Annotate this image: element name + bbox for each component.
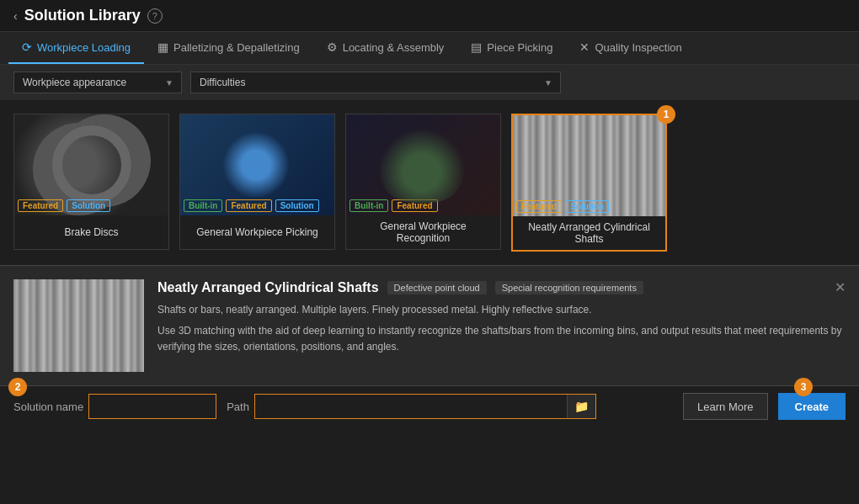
badge-1: 1 (657, 105, 675, 124)
detail-close-button[interactable]: ✕ (835, 279, 846, 295)
path-field: Path 📁 (227, 394, 596, 419)
solutions-grid: Featured Solution Brake Discs Built-in F… (0, 100, 859, 265)
locating-icon: ⚙ (327, 40, 338, 54)
card-tags-brake-discs: Featured Solution (18, 199, 110, 212)
card-label-brake-discs: Brake Discs (14, 215, 168, 249)
tag-featured-recognition: Featured (392, 199, 437, 212)
quality-inspection-icon: ✕ (579, 40, 590, 54)
card-image-workpiece-picking: Built-in Featured Solution (180, 114, 334, 215)
tag-featured-picking: Featured (226, 199, 271, 212)
path-label: Path (227, 401, 249, 413)
card-label-workpiece-picking: General Workpiece Picking (180, 215, 334, 249)
detail-title: Neatly Arranged Cylindrical Shafts (157, 280, 379, 295)
card-label-workpiece-recognition: General Workpiece Recognition (346, 215, 500, 249)
solution-name-input[interactable] (89, 395, 216, 418)
tag-featured-shafts: Featured (516, 200, 562, 213)
detail-content: Neatly Arranged Cylindrical Shafts Defec… (157, 279, 846, 372)
bottom-bar: 2 3 Solution name Path 📁 Learn More Crea… (0, 385, 859, 427)
header: ‹ Solution Library ? (0, 0, 859, 32)
tag-builtin-recognition: Built-in (349, 199, 388, 212)
solution-name-label: Solution name (13, 401, 83, 413)
tag-solution-brake: Solution (67, 199, 110, 212)
detail-desc-1: Shafts or bars, neatly arranged. Multipl… (157, 302, 846, 318)
create-button[interactable]: Create (778, 393, 846, 420)
detail-desc-2: Use 3D matching with the aid of deep lea… (157, 323, 846, 355)
back-button[interactable]: ‹ (13, 9, 18, 23)
card-tags-workpiece-picking: Built-in Featured Solution (184, 199, 319, 212)
card-image-cylindrical-shafts: Featured Solution (513, 115, 665, 216)
solution-card-workpiece-picking[interactable]: Built-in Featured Solution General Workp… (179, 114, 335, 250)
card-label-cylindrical-shafts: Neatly Arranged Cylindrical Shafts (513, 216, 665, 250)
help-button[interactable]: ? (147, 8, 163, 24)
card-image-workpiece-recognition: Built-in Featured (346, 114, 500, 215)
tag-builtin-picking: Built-in (184, 199, 222, 212)
card-wrapper-brake-discs: Featured Solution Brake Discs (13, 114, 169, 252)
tab-workpiece-loading[interactable]: ⟳ Workpiece Loading (8, 32, 144, 64)
solution-name-field: Solution name (13, 394, 216, 419)
solution-card-cylindrical-shafts[interactable]: Featured Solution Neatly Arranged Cylind… (511, 114, 667, 252)
card-wrapper-workpiece-picking: Built-in Featured Solution General Workp… (179, 114, 335, 252)
path-input[interactable] (255, 395, 567, 418)
tab-locating-assembly[interactable]: ⚙ Locating & Assembly (313, 32, 458, 64)
tag-solution-picking: Solution (275, 199, 319, 212)
badge-3: 3 (794, 378, 813, 396)
tab-quality-inspection[interactable]: ✕ Quality Inspection (566, 32, 695, 64)
workpiece-loading-icon: ⟳ (22, 40, 32, 54)
solution-name-group (88, 394, 216, 419)
detail-title-row: Neatly Arranged Cylindrical Shafts Defec… (157, 279, 846, 295)
card-wrapper-workpiece-recognition: Built-in Featured General Workpiece Reco… (345, 114, 501, 252)
palletizing-icon: ▦ (157, 40, 168, 54)
solution-card-workpiece-recognition[interactable]: Built-in Featured General Workpiece Reco… (345, 114, 501, 250)
card-tags-workpiece-recognition: Built-in Featured (349, 199, 438, 212)
tab-palletizing[interactable]: ▦ Palletizing & Depalletizing (144, 32, 313, 64)
detail-panel: Neatly Arranged Cylindrical Shafts Defec… (0, 265, 859, 385)
detail-image (13, 279, 144, 372)
page-title: Solution Library (24, 7, 141, 24)
solutions-grid-inner: Featured Solution Brake Discs Built-in F… (0, 100, 680, 265)
filter-bar: Workpiece appearance ▼ Difficulties ▼ (0, 65, 859, 100)
tag-featured-brake: Featured (18, 199, 63, 212)
card-wrapper-cylindrical-shafts: 1 Featured Solution Neatly Arranged Cyli… (511, 114, 667, 252)
tag-solution-shafts: Solution (565, 200, 609, 213)
card-tags-cylindrical-shafts: Featured Solution (516, 200, 609, 213)
badge-2: 2 (8, 378, 27, 396)
path-group: 📁 (254, 394, 596, 419)
solution-card-brake-discs[interactable]: Featured Solution Brake Discs (13, 114, 169, 250)
difficulties-filter[interactable]: Difficulties (190, 72, 561, 93)
appearance-filter[interactable]: Workpiece appearance (13, 72, 182, 93)
browse-folder-button[interactable]: 📁 (567, 395, 595, 418)
learn-more-button[interactable]: Learn More (683, 393, 767, 420)
difficulties-filter-wrapper: Difficulties ▼ (190, 72, 561, 93)
tab-piece-picking[interactable]: ▤ Piece Picking (457, 32, 566, 64)
piece-picking-icon: ▤ (471, 40, 482, 54)
tab-bar: ⟳ Workpiece Loading ▦ Palletizing & Depa… (0, 32, 859, 65)
card-image-brake-discs: Featured Solution (14, 114, 168, 215)
appearance-filter-wrapper: Workpiece appearance ▼ (13, 72, 182, 93)
detail-badge-defective: Defective point cloud (387, 281, 487, 294)
detail-badge-recognition: Special recognition requirements (495, 281, 643, 294)
